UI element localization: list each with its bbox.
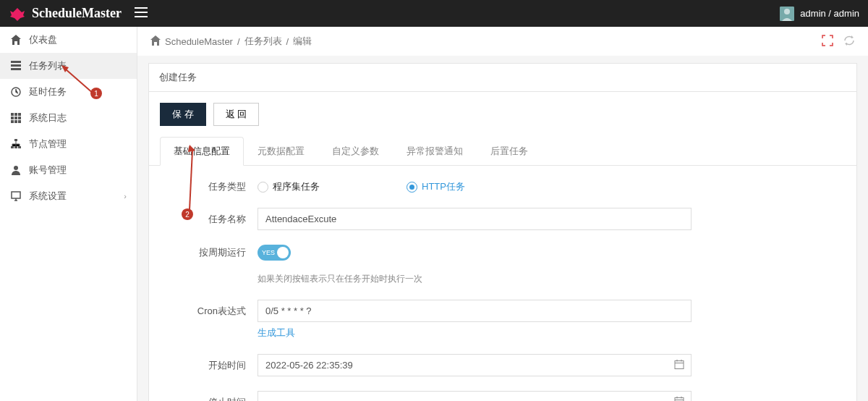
sidebar-item-label: 仪表盘 xyxy=(29,33,57,46)
sitemap-icon xyxy=(10,138,22,150)
sidebar-item-label: 账号管理 xyxy=(29,164,67,177)
svg-rect-5 xyxy=(14,146,17,148)
svg-point-7 xyxy=(14,166,18,170)
start-time-label: 开始时间 xyxy=(171,359,258,372)
sidebar-item-label: 延时任务 xyxy=(29,85,67,98)
sidebar-item-dashboard[interactable]: 仪表盘 xyxy=(0,27,137,53)
sidebar-item-logs[interactable]: 系统日志 xyxy=(0,105,137,131)
fullscreen-icon[interactable] xyxy=(822,35,833,48)
avatar xyxy=(780,7,794,21)
radio-http-task[interactable]: HTTP任务 xyxy=(407,180,465,193)
tab-metadata[interactable]: 元数据配置 xyxy=(244,137,318,166)
home-icon xyxy=(150,35,161,48)
cron-input[interactable] xyxy=(258,300,692,322)
tab-params[interactable]: 自定义参数 xyxy=(318,137,393,166)
form: 任务类型 程序集任务 HTTP任务 xyxy=(149,166,856,401)
radio-assembly-task[interactable]: 程序集任务 xyxy=(258,180,320,193)
task-name-label: 任务名称 xyxy=(171,213,258,226)
tab-alarm[interactable]: 异常报警通知 xyxy=(393,137,477,166)
card-header: 创建任务 xyxy=(149,64,856,92)
brand: ScheduleMaster xyxy=(9,6,148,21)
chevron-right-icon: › xyxy=(124,192,127,200)
list-icon xyxy=(10,60,22,72)
user-area[interactable]: admin / admin xyxy=(780,7,859,21)
periodic-hint: 如果关闭按钮表示只在任务开始时执行一次 xyxy=(258,273,692,285)
task-type-label: 任务类型 xyxy=(171,180,258,193)
toggle-knob xyxy=(277,247,289,258)
tabs: 基础信息配置 元数据配置 自定义参数 异常报警通知 后置任务 xyxy=(149,137,856,166)
sidebar-item-settings[interactable]: 系统设置 › xyxy=(0,183,137,209)
breadcrumb-item-current: 编辑 xyxy=(293,35,312,48)
brand-text: ScheduleMaster xyxy=(32,6,122,21)
svg-rect-8 xyxy=(12,192,20,198)
clock-icon xyxy=(10,86,22,98)
breadcrumb: ScheduleMaster / 任务列表 / 编辑 xyxy=(137,27,868,56)
sidebar-item-delayed[interactable]: 延时任务 xyxy=(0,79,137,105)
svg-rect-6 xyxy=(18,146,21,148)
radio-label: 程序集任务 xyxy=(273,180,320,193)
user-icon xyxy=(10,164,22,176)
periodic-label: 按周期运行 xyxy=(171,245,258,259)
sidebar-item-tasklist[interactable]: 任务列表 xyxy=(0,53,137,79)
home-icon xyxy=(10,34,22,46)
sidebar-item-label: 任务列表 xyxy=(29,59,67,72)
tab-post[interactable]: 后置任务 xyxy=(477,137,542,166)
sidebar-item-accounts[interactable]: 账号管理 xyxy=(0,157,137,183)
back-button[interactable]: 返 回 xyxy=(213,103,260,126)
brand-logo-icon xyxy=(9,7,26,21)
svg-point-1 xyxy=(784,9,790,14)
sidebar-item-nodes[interactable]: 节点管理 xyxy=(0,131,137,157)
breadcrumb-item[interactable]: 任务列表 xyxy=(244,35,282,48)
card: 创建任务 保 存 返 回 基础信息配置 元数据配置 自定义参数 异常报警通知 后… xyxy=(148,63,857,401)
save-button[interactable]: 保 存 xyxy=(160,103,206,126)
main: ScheduleMaster / 任务列表 / 编辑 创建任务 保 存 返 回 … xyxy=(137,27,868,401)
hamburger-icon[interactable] xyxy=(135,7,148,20)
user-display: admin / admin xyxy=(800,8,859,19)
sidebar-item-label: 系统日志 xyxy=(29,111,67,124)
sidebar: 仪表盘 任务列表 延时任务 系统日志 节点管理 账号管理 系统设置 › xyxy=(0,27,137,401)
monitor-icon xyxy=(10,190,22,202)
grid-icon xyxy=(10,112,22,124)
breadcrumb-item[interactable]: ScheduleMaster xyxy=(165,36,233,47)
topbar: ScheduleMaster admin / admin xyxy=(0,0,868,27)
toolbar: 保 存 返 回 xyxy=(149,92,856,137)
svg-rect-3 xyxy=(14,139,17,141)
toggle-text: YES xyxy=(262,249,275,256)
stop-time-label: 停止时间 xyxy=(171,391,258,401)
svg-rect-4 xyxy=(11,146,14,148)
refresh-icon[interactable] xyxy=(843,35,855,48)
sidebar-item-label: 系统设置 xyxy=(29,190,67,203)
sidebar-item-label: 节点管理 xyxy=(29,138,67,151)
periodic-toggle[interactable]: YES xyxy=(258,245,291,261)
task-name-input[interactable] xyxy=(258,208,692,230)
radio-label: HTTP任务 xyxy=(422,180,465,193)
tab-basic[interactable]: 基础信息配置 xyxy=(160,137,244,166)
cron-generator-link[interactable]: 生成工具 xyxy=(258,326,295,339)
start-time-input[interactable] xyxy=(258,354,692,376)
cron-label: Cron表达式 xyxy=(171,300,258,318)
stop-time-input[interactable] xyxy=(258,391,692,401)
